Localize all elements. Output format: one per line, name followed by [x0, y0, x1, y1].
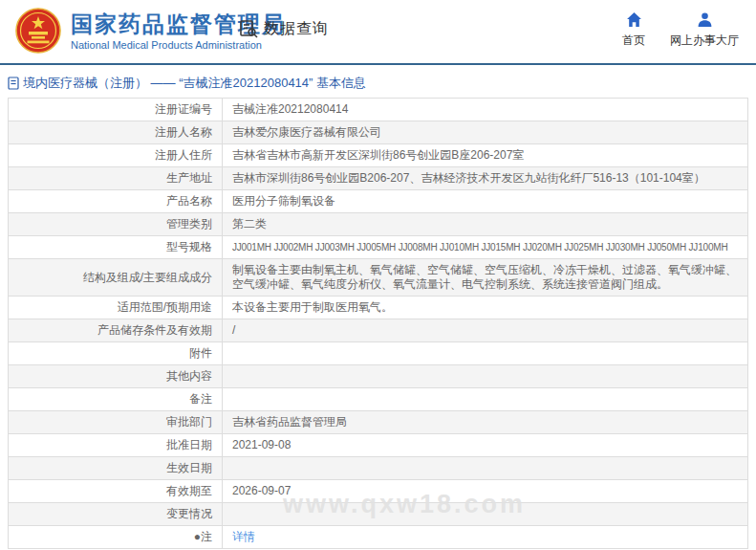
row-value: [223, 365, 748, 388]
row-value: 2021-09-08: [223, 434, 748, 457]
table-row: 结构及组成/主要组成成分制氧设备主要由制氧主机、氧气储罐、空气储罐、空气压缩机、…: [9, 259, 748, 297]
row-label: 其他内容: [9, 365, 223, 388]
row-value: 本设备主要用于制取医用氧气。: [223, 297, 748, 319]
data-query-tab[interactable]: 数据查询: [239, 19, 329, 39]
national-emblem-icon: [15, 8, 61, 54]
nav-home[interactable]: 首页: [622, 11, 645, 49]
row-value: 吉林爱尔康医疗器械有限公司: [223, 121, 748, 144]
row-label: 注册人住所: [9, 144, 223, 167]
table-row: 型号规格JJ001MH JJ002MH JJ003MH JJ005MH JJ00…: [9, 236, 748, 259]
table-row: 变更情况: [9, 503, 748, 526]
row-value: 吉林省药品监督管理局: [223, 411, 748, 434]
nav-hall-label: 网上办事大厅: [670, 33, 739, 49]
row-label: 生产地址: [9, 167, 223, 190]
header: 国家药品监督管理局 National Medical Products Admi…: [0, 0, 756, 65]
home-icon: [626, 11, 642, 28]
row-value: 吉林市深圳街86号创业园B206-207、吉林经济技术开发区九站街化纤厂516-…: [223, 167, 748, 190]
row-value: 吉林省吉林市高新开发区深圳街86号创业园B座206-207室: [223, 144, 748, 167]
row-value: [223, 342, 748, 365]
row-value: 详情: [223, 526, 748, 549]
table-row: 附件: [9, 342, 748, 365]
table-row: 注册证编号吉械注准20212080414: [9, 99, 748, 121]
row-value: JJ001MH JJ002MH JJ003MH JJ005MH JJ008MH …: [223, 236, 748, 259]
document-icon: [8, 77, 19, 90]
row-value: [223, 503, 748, 526]
nav-home-label: 首页: [622, 33, 645, 49]
row-value: 2026-09-07: [223, 480, 748, 503]
org-subtitle: National Medical Products Administration: [71, 39, 286, 51]
data-query-label: 数据查询: [264, 19, 329, 39]
row-label: 产品名称: [9, 190, 223, 213]
info-table: 注册证编号吉械注准20212080414注册人名称吉林爱尔康医疗器械有限公司注册…: [8, 98, 748, 549]
row-value: [223, 388, 748, 411]
table-row: 批准日期2021-09-08: [9, 434, 748, 457]
row-value: 第二类: [223, 213, 748, 236]
breadcrumb-text: 境内医疗器械（注册） —— “吉械注准20212080414” 基本信息: [23, 75, 366, 92]
row-label: 审批部门: [9, 411, 223, 434]
row-label: 生效日期: [9, 457, 223, 480]
row-label: 适用范围/预期用途: [9, 297, 223, 319]
document-search-icon: [239, 19, 259, 39]
table-row: 生产地址吉林市深圳街86号创业园B206-207、吉林经济技术开发区九站街化纤厂…: [9, 167, 748, 190]
row-label: 注册人名称: [9, 121, 223, 144]
row-label: 附件: [9, 342, 223, 365]
row-label: 型号规格: [9, 236, 223, 259]
table-row: 适用范围/预期用途本设备主要用于制取医用氧气。: [9, 297, 748, 319]
table-row: 备注: [9, 388, 748, 411]
table-row: 生效日期: [9, 457, 748, 480]
breadcrumb: 境内医疗器械（注册） —— “吉械注准20212080414” 基本信息: [0, 65, 756, 98]
row-value: 制氧设备主要由制氧主机、氧气储罐、空气储罐、空气压缩机、冷冻干燥机、过滤器、氧气…: [223, 259, 748, 297]
row-label: 批准日期: [9, 434, 223, 457]
row-label: 变更情况: [9, 503, 223, 526]
row-label: 产品储存条件及有效期: [9, 319, 223, 342]
row-label: ●注: [9, 526, 223, 549]
table-row: 注册人住所吉林省吉林市高新开发区深圳街86号创业园B座206-207室: [9, 144, 748, 167]
table-row: 审批部门吉林省药品监督管理局: [9, 411, 748, 434]
row-value: [223, 457, 748, 480]
detail-link[interactable]: 详情: [232, 530, 255, 543]
row-label: 结构及组成/主要组成成分: [9, 259, 223, 297]
info-table-body: 注册证编号吉械注准20212080414注册人名称吉林爱尔康医疗器械有限公司注册…: [9, 99, 748, 549]
table-row: 管理类别第二类: [9, 213, 748, 236]
table-row: ●注详情: [9, 526, 748, 549]
row-label: 管理类别: [9, 213, 223, 236]
row-label: 有效期至: [9, 480, 223, 503]
top-nav: 首页 网上办事大厅: [622, 11, 739, 49]
row-value: /: [223, 319, 748, 342]
row-label: 备注: [9, 388, 223, 411]
user-icon: [697, 11, 713, 28]
table-row: 有效期至2026-09-07: [9, 480, 748, 503]
nav-online-hall[interactable]: 网上办事大厅: [670, 11, 739, 49]
table-row: 其他内容: [9, 365, 748, 388]
row-value: 医用分子筛制氧设备: [223, 190, 748, 213]
table-row: 产品储存条件及有效期/: [9, 319, 748, 342]
table-row: 注册人名称吉林爱尔康医疗器械有限公司: [9, 121, 748, 144]
table-row: 产品名称医用分子筛制氧设备: [9, 190, 748, 213]
row-label: 注册证编号: [9, 99, 223, 121]
row-value: 吉械注准20212080414: [223, 99, 748, 121]
